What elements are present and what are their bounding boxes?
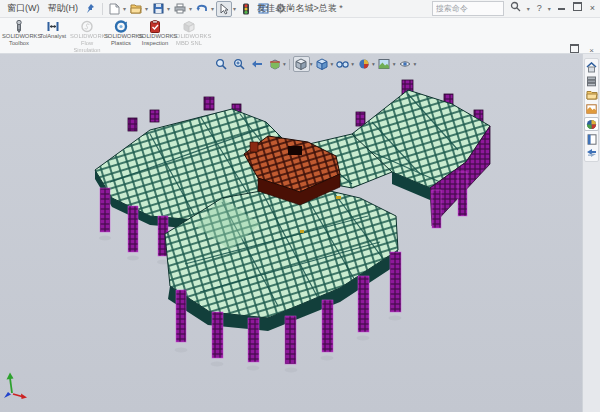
dropdown-caret[interactable]: ▾ (123, 5, 126, 12)
tab-solidworks-inspection[interactable]: SOLIDWORKS Inspection (138, 19, 172, 47)
restore-button[interactable] (571, 2, 584, 15)
command-manager-row: SOLIDWORKS Toolbox TolAnalyst SOLIDWORKS… (0, 18, 600, 54)
document-close-button[interactable]: × (587, 44, 596, 57)
tab-solidworks-flow-simulation: SOLIDWORKS Flow Simulation (70, 19, 104, 54)
dropdown-caret[interactable]: ▾ (145, 5, 148, 12)
apply-scene-caret[interactable]: ▾ (393, 61, 396, 67)
pin-menubar-icon[interactable] (85, 3, 96, 14)
graphics-area[interactable]: ▾ ▾ ▾ ▾ ▾ ▾ ▾ (0, 54, 600, 412)
tab-label: SOLIDWORKS Flow Simulation (70, 33, 109, 53)
solidworks-forum-icon[interactable] (585, 147, 598, 159)
model-3d-view[interactable] (0, 54, 600, 412)
appearances-scenes-icon[interactable] (584, 117, 599, 131)
document-restore-button[interactable] (568, 44, 581, 57)
view-orientation-caret[interactable]: ▾ (310, 61, 313, 67)
search-input[interactable] (432, 1, 504, 16)
zoom-to-fit-icon[interactable] (212, 56, 229, 72)
hide-show-items-icon[interactable] (334, 56, 351, 72)
undo-icon[interactable] (194, 1, 210, 17)
minimize-button[interactable] (556, 2, 567, 15)
display-style-icon[interactable] (314, 56, 331, 72)
close-button[interactable]: × (588, 2, 597, 15)
quick-access-toolbar: ▾ ▾ ▾ ▾ ▾ ▾ ▾ (106, 1, 293, 17)
zoom-to-area-icon[interactable] (230, 56, 247, 72)
toolbar-overflow-caret[interactable]: ▾ (289, 5, 292, 12)
solidworks-resources-icon[interactable] (585, 61, 598, 73)
tab-solidworks-mbd-snl: SOLIDWORKS MBD SNL (172, 19, 206, 47)
select-tool-icon[interactable] (216, 1, 232, 17)
task-pane-tabs (584, 58, 599, 162)
tab-solidworks-toolbox[interactable]: SOLIDWORKS Toolbox (2, 19, 36, 47)
new-document-icon[interactable] (106, 1, 122, 17)
flow-simulation-icon (80, 20, 94, 33)
rebuild-traffic-light-icon[interactable] (238, 1, 254, 17)
file-explorer-icon[interactable] (585, 89, 598, 101)
apply-scene-icon[interactable] (376, 56, 393, 72)
document-window-controls: × (568, 44, 596, 57)
search-scope-caret[interactable]: ▾ (527, 5, 530, 12)
title-bar: 窗口(W) 帮助(H) ▾ ▾ ▾ ▾ ▾ ▾ ▾ 友佳.欧尚名城>总装 * ▾… (0, 0, 600, 18)
section-view-icon[interactable] (266, 56, 283, 72)
titlebar-right-group: ▾ ? ▾ × (432, 1, 597, 16)
view-settings-icon[interactable] (397, 56, 414, 72)
menu-help[interactable]: 帮助(H) (44, 2, 83, 15)
view-settings-caret[interactable]: ▾ (414, 61, 417, 67)
dropdown-caret[interactable]: ▾ (167, 5, 170, 12)
edit-appearance-icon[interactable] (355, 56, 372, 72)
open-icon[interactable] (128, 1, 144, 17)
help-icon[interactable]: ? (535, 2, 544, 15)
plastics-icon (114, 20, 128, 33)
section-caret[interactable]: ▾ (283, 61, 286, 67)
mbd-icon (182, 20, 196, 33)
tab-label: TolAnalyst (40, 33, 66, 39)
file-properties-icon[interactable] (255, 1, 271, 17)
custom-properties-icon[interactable] (585, 133, 598, 145)
toolbox-icon (12, 20, 26, 33)
menu-window[interactable]: 窗口(W) (3, 2, 44, 15)
previous-view-icon[interactable] (248, 56, 265, 72)
model-bottom-wing[interactable] (165, 184, 402, 373)
tab-tolanalyst[interactable]: TolAnalyst (36, 19, 70, 40)
inspection-icon (148, 20, 162, 33)
help-caret[interactable]: ▾ (548, 5, 551, 12)
view-palette-icon[interactable] (585, 103, 598, 115)
options-gear-icon[interactable] (272, 1, 288, 17)
toolbar-separator (102, 3, 103, 15)
tab-label: SOLIDWORKS MBD SNL (172, 33, 211, 46)
display-style-caret[interactable]: ▾ (331, 61, 334, 67)
task-pane (582, 54, 600, 412)
tolanalyst-icon (46, 20, 60, 33)
dropdown-caret[interactable]: ▾ (233, 5, 236, 12)
hud-separator (289, 59, 290, 70)
hide-show-caret[interactable]: ▾ (351, 61, 354, 67)
search-icon[interactable] (508, 1, 523, 16)
edit-appearance-caret[interactable]: ▾ (372, 61, 375, 67)
heads-up-view-toolbar: ▾ ▾ ▾ ▾ ▾ ▾ ▾ (212, 56, 416, 72)
design-library-icon[interactable] (585, 75, 598, 87)
reference-triad (2, 371, 32, 399)
save-icon[interactable] (150, 1, 166, 17)
dropdown-caret[interactable]: ▾ (189, 5, 192, 12)
dropdown-caret[interactable]: ▾ (211, 5, 214, 12)
print-icon[interactable] (172, 1, 188, 17)
view-orientation-icon[interactable] (293, 56, 310, 72)
